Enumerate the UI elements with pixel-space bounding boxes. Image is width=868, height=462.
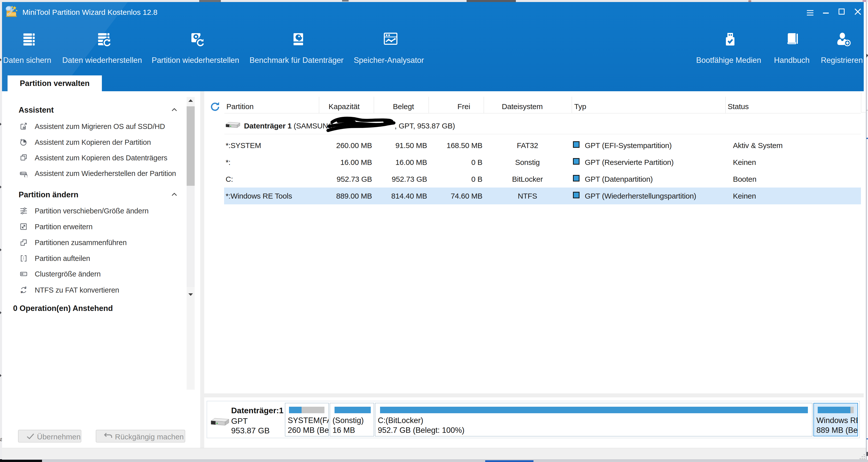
svg-text:N: N [21,291,22,294]
svg-text:F: F [25,286,26,289]
